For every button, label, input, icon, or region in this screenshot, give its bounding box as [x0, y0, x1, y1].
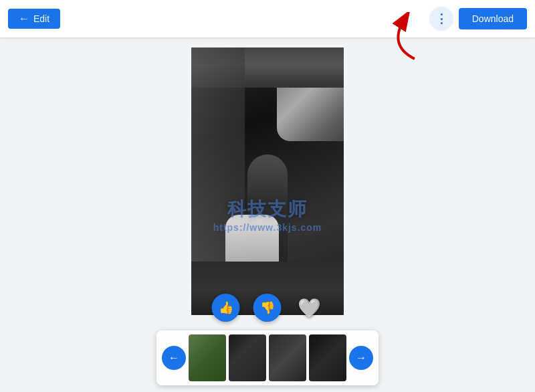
prev-button[interactable]: ← — [162, 346, 186, 370]
main-photo[interactable] — [191, 47, 344, 315]
thumbnail-strip: ← → — [156, 330, 379, 385]
header-left: ← Edit — [8, 9, 60, 29]
main-content: 科技支师 https://www.3kjs.com 👍 👎 🤍 ← — [0, 37, 535, 392]
prev-icon: ← — [169, 352, 179, 364]
heart-button[interactable]: 🤍 — [295, 294, 324, 322]
header: ← Edit ⋮ Download — [0, 0, 535, 37]
photo-scene — [191, 47, 344, 315]
thumbs-down-button[interactable]: 👎 — [253, 294, 282, 322]
edit-label: Edit — [33, 13, 49, 24]
thumbs-up-button[interactable]: 👍 — [212, 294, 240, 322]
thumbnail-2[interactable] — [229, 334, 266, 381]
thumbnail-4[interactable] — [309, 334, 346, 381]
thumbnail-2-image — [229, 334, 266, 381]
header-right: ⋮ Download — [429, 7, 527, 31]
main-image-container — [191, 47, 344, 315]
next-icon: → — [356, 352, 366, 364]
thumbnail-4-image — [309, 334, 346, 381]
back-icon: ← — [19, 13, 29, 25]
next-button[interactable]: → — [349, 346, 373, 370]
thumbs-down-icon: 👎 — [260, 300, 275, 315]
thumbs-up-icon: 👍 — [219, 300, 233, 315]
edit-button[interactable]: ← Edit — [8, 9, 60, 29]
thumbnail-1[interactable] — [189, 334, 226, 381]
thumbnail-3[interactable] — [269, 334, 306, 381]
thumbnail-1-image — [189, 334, 226, 381]
download-button[interactable]: Download — [459, 8, 527, 29]
more-options-button[interactable]: ⋮ — [429, 7, 453, 31]
more-icon: ⋮ — [435, 11, 447, 26]
reaction-area: 👍 👎 🤍 — [212, 294, 324, 322]
heart-icon: 🤍 — [298, 298, 321, 318]
thumbnail-3-image — [269, 334, 306, 381]
